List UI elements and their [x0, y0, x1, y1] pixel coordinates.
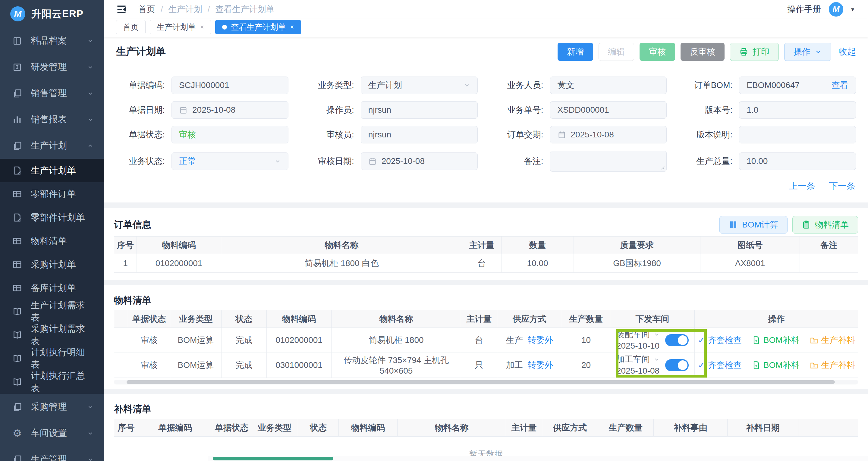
sidebar-item-caigou-guanli[interactable]: 采购管理: [0, 394, 104, 420]
breadcrumb-separator: /: [161, 4, 163, 14]
material-row[interactable]: 审核 BOM运算 完成 0301000001 传动皮轮件 735×794 主机孔…: [114, 353, 858, 378]
unaudit-button[interactable]: 反审核: [681, 43, 724, 61]
field-auditor: 审核员: njrsun: [305, 126, 478, 144]
action-dropdown-button[interactable]: 操作: [784, 43, 831, 61]
chevron-up-icon: [87, 143, 94, 149]
biz-status-select[interactable]: 正常: [172, 152, 288, 170]
copy-icon: [11, 455, 23, 461]
view-bom-link[interactable]: 查看: [832, 80, 848, 91]
sidebar-item-beiku-jihuadan[interactable]: 备库计划单: [0, 276, 104, 300]
to-outsource-link[interactable]: 转委外: [528, 360, 553, 371]
print-button[interactable]: 打印: [730, 43, 779, 61]
to-outsource-link[interactable]: 转委外: [528, 334, 553, 346]
tab-plan-list[interactable]: 生产计划单 ×: [150, 20, 211, 34]
kit-check-link[interactable]: ✓ 齐套检查: [698, 360, 741, 371]
sidebar-item-xiaoshou[interactable]: 销售管理: [0, 80, 104, 106]
workshop-select[interactable]: 装配车间: [616, 329, 650, 340]
sidebar-item-label: 生产计划单: [31, 164, 76, 177]
sidebar-item-shengchan-xuqiubiao[interactable]: 生产计划需求表: [0, 300, 104, 323]
version-note-input[interactable]: [739, 126, 856, 144]
sidebar-item-label: 采购计划单: [31, 258, 76, 271]
biz-person-input[interactable]: 黄文: [550, 76, 667, 94]
doc-date-input[interactable]: 2025-10-08: [172, 101, 288, 119]
remark-textarea[interactable]: [550, 151, 667, 172]
version-input[interactable]: 1.0: [739, 101, 856, 119]
material-table: 单据状态 业务类型 状态 物料编码 物料名称 主计量 供应方式 生产数量 下发车…: [114, 310, 858, 378]
chevron-down-icon: [87, 38, 94, 44]
auditor-input[interactable]: njrsun: [361, 126, 478, 144]
rnd-icon: [11, 62, 23, 72]
bom-replenish-link[interactable]: BOM补料: [752, 360, 800, 371]
avatar[interactable]: M: [829, 2, 843, 17]
total-input[interactable]: 10.00: [739, 152, 856, 170]
chevron-down-icon[interactable]: ▾: [851, 6, 854, 13]
sidebar-item-shengchan-jihua[interactable]: 生产计划: [0, 132, 104, 159]
scrollbar-thumb[interactable]: [213, 457, 333, 460]
close-icon[interactable]: ×: [290, 23, 294, 31]
field-label: 审核日期:: [305, 155, 354, 167]
collapse-panel-link[interactable]: 收起: [838, 46, 856, 58]
bom-calc-button[interactable]: BOM计算: [719, 216, 787, 234]
breadcrumb-plan[interactable]: 生产计划: [168, 4, 202, 15]
sidebar-item-chejian-shezhi[interactable]: ⚙ 车间设置: [0, 420, 104, 446]
chevron-down-icon: [87, 90, 94, 97]
sidebar-item-caigou-jihuadan[interactable]: 采购计划单: [0, 253, 104, 276]
sidebar-item-wuliao-qingdan[interactable]: 物料清单: [0, 229, 104, 253]
page-content: 生产计划单 新增 编辑 审核 反审核 打印 操作: [104, 37, 868, 461]
collapse-menu-icon[interactable]: [116, 4, 127, 15]
tab-home[interactable]: 首页: [116, 20, 146, 34]
biz-no-input[interactable]: XSDD000001: [550, 101, 667, 119]
erp-app: M 升阳云ERP 料品档案 研发管理 销售管理: [0, 0, 868, 461]
section-gap: [104, 280, 868, 285]
sidebar-item-shengchan-guanli[interactable]: 生产管理: [0, 446, 104, 461]
kit-check-link[interactable]: ✓ 齐套检查: [698, 334, 741, 346]
doc-code-input[interactable]: SCJH000001: [172, 76, 288, 94]
scrollbar-thumb[interactable]: [127, 380, 835, 384]
sidebar-item-zhixing-mingxibiao[interactable]: 计划执行明细表: [0, 347, 104, 370]
add-button[interactable]: 新增: [558, 43, 593, 61]
page-horizontal-scrollbar[interactable]: [208, 456, 868, 461]
material-table-scrollbar[interactable]: [114, 380, 858, 385]
manual-link[interactable]: 操作手册: [787, 4, 821, 15]
audit-button[interactable]: 审核: [640, 43, 675, 61]
sidebar-item-xiaoshou-baobiao[interactable]: 销售报表: [0, 106, 104, 132]
material-list-button[interactable]: 物料清单: [792, 216, 858, 234]
sidebar-item-yanfa[interactable]: 研发管理: [0, 54, 104, 80]
sidebar-item-liaopin[interactable]: 料品档案: [0, 28, 104, 54]
tab-view-plan[interactable]: 查看生产计划单 ×: [215, 20, 301, 34]
sidebar-item-label: 物料清单: [31, 235, 67, 247]
biz-type-select[interactable]: 生产计划: [361, 76, 478, 94]
dispatch-toggle[interactable]: [665, 334, 689, 346]
dispatch-toggle[interactable]: [665, 359, 689, 371]
doc-status-input[interactable]: 审核: [172, 126, 288, 144]
edit-button[interactable]: 编辑: [598, 43, 634, 61]
bom-replenish-link[interactable]: BOM补料: [752, 334, 800, 346]
active-dot: [222, 25, 227, 30]
breadcrumb-view[interactable]: 查看生产计划单: [216, 4, 275, 15]
sidebar-item-label: 采购计划需求表: [31, 323, 94, 347]
book-icon: [729, 220, 738, 229]
field-label: 备注:: [495, 155, 544, 167]
file-plus-icon: [752, 361, 761, 369]
prod-replenish-link[interactable]: 生产补料: [810, 360, 855, 371]
bar-chart-icon: [11, 115, 23, 124]
order-due-input[interactable]: 2025-10-08: [550, 126, 667, 144]
prev-record-link[interactable]: 上一条: [789, 180, 815, 192]
operator-input[interactable]: njrsun: [361, 101, 478, 119]
sidebar-item-lingbujian-dingdan[interactable]: 零部件订单: [0, 182, 104, 206]
resize-handle-icon[interactable]: [660, 165, 664, 170]
close-icon[interactable]: ×: [200, 23, 204, 31]
prod-replenish-link[interactable]: 生产补料: [810, 334, 855, 346]
order-table-row[interactable]: 1 0102000001 简易机柜 1800 白色 台 10.00 GB国标19…: [114, 254, 858, 273]
breadcrumb-home[interactable]: 首页: [138, 4, 155, 15]
sidebar-item-zhixing-huizongbiao[interactable]: 计划执行汇总表: [0, 370, 104, 394]
material-row[interactable]: 审核 BOM运算 完成 0102000001 简易机柜 1800 台 生产 转委…: [114, 328, 858, 353]
next-record-link[interactable]: 下一条: [829, 180, 855, 192]
workshop-select[interactable]: 加工车间: [616, 354, 650, 365]
order-bom-input[interactable]: EBOM000647 查看: [739, 76, 856, 94]
sidebar-item-shengchan-jihuadan[interactable]: 生产计划单: [0, 159, 104, 182]
sidebar-item-lingbujian-jihuadan[interactable]: 零部件计划单: [0, 206, 104, 229]
chevron-down-icon: [274, 158, 281, 164]
sidebar-item-caigou-xuqiubiao[interactable]: 采购计划需求表: [0, 323, 104, 347]
audit-date-input[interactable]: 2025-10-08: [361, 152, 478, 170]
